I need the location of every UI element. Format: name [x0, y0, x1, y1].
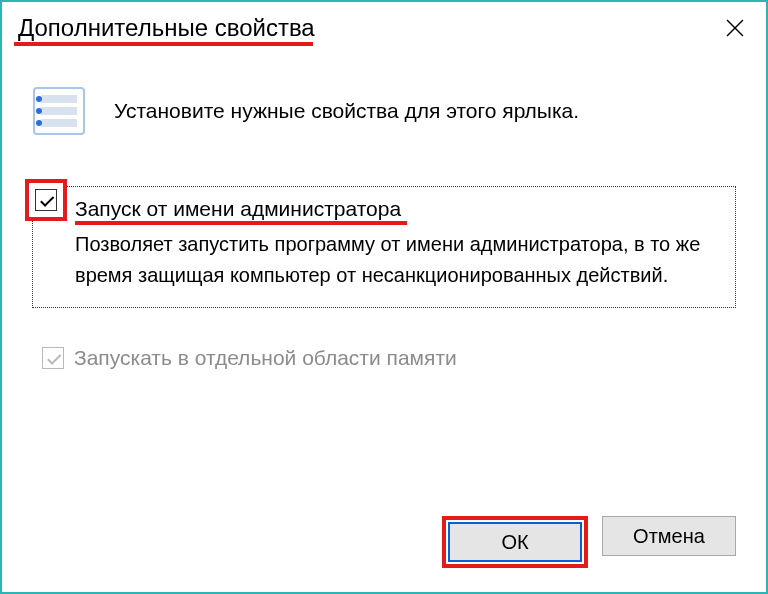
titlebar: Дополнительные свойства — [2, 2, 766, 54]
svg-rect-5 — [41, 119, 77, 127]
svg-point-7 — [36, 108, 42, 114]
intro-row: Установите нужные свойства для этого ярл… — [32, 84, 736, 138]
svg-rect-3 — [41, 95, 77, 103]
intro-text: Установите нужные свойства для этого ярл… — [114, 99, 579, 123]
properties-icon — [32, 84, 86, 138]
ok-button[interactable]: ОК — [448, 522, 582, 562]
run-as-admin-checkbox[interactable] — [35, 189, 57, 211]
run-as-admin-description: Позволяет запустить программу от имени а… — [75, 229, 719, 291]
dialog-window: Дополнительные свойства Установите нужны… — [0, 0, 768, 594]
highlight-underline — [14, 42, 313, 46]
run-as-admin-label[interactable]: Запуск от имени администратора — [75, 197, 401, 221]
svg-point-8 — [36, 120, 42, 126]
highlight-box-checkbox — [25, 179, 67, 221]
cancel-button[interactable]: Отмена — [602, 516, 736, 556]
svg-rect-4 — [41, 107, 77, 115]
window-title: Дополнительные свойства — [18, 14, 315, 42]
button-row: ОК Отмена — [2, 516, 766, 592]
close-button[interactable] — [712, 8, 758, 48]
run-as-admin-label-text: Запуск от имени администратора — [75, 197, 401, 220]
run-as-admin-group: Запуск от имени администратора Позволяет… — [32, 186, 736, 308]
separate-memory-label: Запускать в отдельной области памяти — [74, 346, 457, 370]
separate-memory-option: Запускать в отдельной области памяти — [42, 346, 736, 370]
highlight-underline — [75, 221, 407, 225]
highlight-box-ok: ОК — [442, 516, 588, 568]
dialog-content: Установите нужные свойства для этого ярл… — [2, 54, 766, 516]
close-icon — [726, 19, 744, 37]
svg-point-6 — [36, 96, 42, 102]
separate-memory-checkbox — [42, 347, 64, 369]
